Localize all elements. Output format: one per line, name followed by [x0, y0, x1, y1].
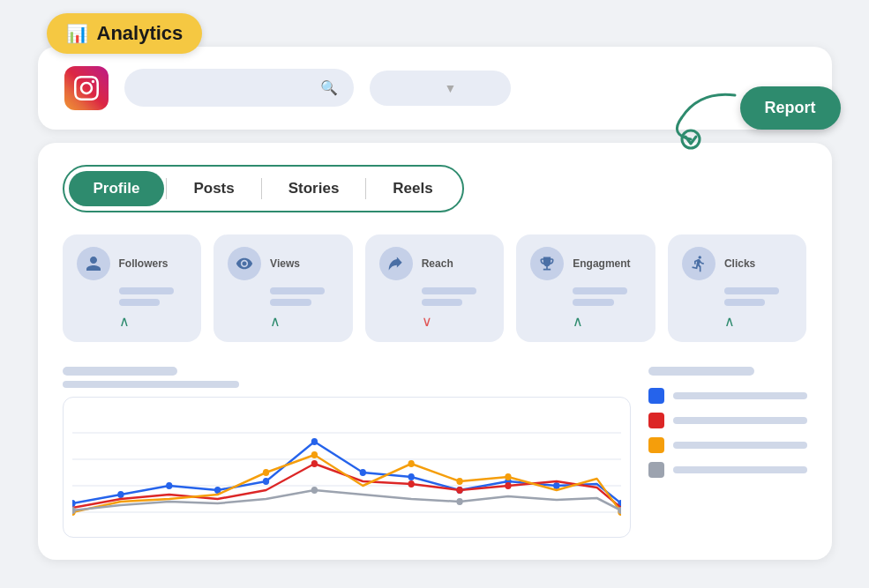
followers-lines — [119, 287, 188, 306]
line-chart — [72, 406, 621, 530]
stat-card-reach: Reach ∨ — [365, 234, 505, 342]
svg-point-18 — [408, 480, 414, 488]
svg-point-30 — [456, 498, 462, 505]
stat-header-views: Views — [228, 247, 339, 280]
followers-label: Followers — [119, 257, 169, 270]
tab-posts[interactable]: Posts — [169, 171, 258, 206]
legend-section — [648, 367, 807, 538]
reach-trend: ∨ — [422, 313, 491, 330]
svg-point-15 — [553, 482, 559, 489]
svg-point-26 — [505, 473, 511, 480]
stat-card-engagement: Engagment ∧ — [516, 234, 655, 342]
clicks-trend: ∧ — [724, 313, 793, 330]
stat-card-followers: Followers ∧ — [63, 234, 202, 342]
legend-dot-blue — [648, 388, 664, 404]
tab-stories[interactable]: Stories — [264, 171, 364, 206]
svg-point-5 — [72, 500, 76, 507]
views-trend: ∧ — [270, 313, 339, 330]
svg-point-20 — [505, 482, 511, 489]
tab-reels[interactable]: Reels — [368, 171, 457, 206]
legend-item-orange — [648, 437, 807, 453]
reach-icon — [379, 247, 413, 280]
stat-line-8 — [573, 299, 614, 306]
search-icon: 🔍 — [320, 79, 338, 96]
svg-point-10 — [311, 438, 317, 445]
stat-header-followers: Followers — [77, 247, 188, 280]
legend-label-line-2 — [673, 417, 807, 424]
legend-label-line-1 — [673, 392, 807, 399]
reach-lines — [422, 287, 491, 306]
legend-dot-gray — [648, 462, 664, 478]
stat-line-4 — [270, 299, 311, 306]
svg-point-22 — [262, 469, 268, 476]
stat-line-7 — [573, 287, 627, 294]
tab-profile[interactable]: Profile — [69, 171, 165, 206]
legend-item-gray — [648, 462, 807, 478]
svg-point-9 — [262, 478, 268, 485]
stat-line-6 — [422, 299, 463, 306]
chart-title-area — [63, 367, 631, 388]
stat-line-3 — [270, 287, 325, 294]
engagement-lines — [573, 287, 641, 306]
tab-divider-2 — [261, 178, 262, 199]
legend-dot-orange — [648, 437, 664, 453]
bar-chart-icon: 📊 — [66, 23, 88, 44]
app-container: 📊 Analytics Report 🔍 ▼ Profil — [38, 29, 832, 560]
instagram-icon — [64, 66, 109, 110]
legend-item-blue — [648, 388, 807, 404]
svg-point-7 — [166, 482, 172, 489]
svg-point-29 — [311, 487, 317, 494]
clicks-lines — [724, 287, 793, 306]
legend-title-line — [648, 367, 754, 376]
legend-items — [648, 388, 807, 478]
stat-line-1 — [119, 287, 174, 294]
legend-item-red — [648, 413, 807, 428]
stat-card-views: Views ∧ — [214, 234, 353, 342]
chart-subtitle-line — [63, 381, 239, 388]
legend-dot-red — [648, 413, 664, 428]
svg-point-24 — [408, 460, 414, 467]
chart-section — [63, 367, 807, 538]
stat-cards-row: Followers ∧ Views — [63, 234, 807, 342]
engagement-icon — [530, 247, 564, 280]
trend-up-icon-4: ∧ — [724, 314, 735, 329]
stat-line-5 — [422, 287, 476, 294]
main-card: Profile Posts Stories Reels Followers — [38, 143, 832, 560]
trend-up-icon-3: ∧ — [573, 314, 583, 329]
legend-label-line-3 — [673, 442, 807, 449]
stat-header-reach: Reach — [379, 247, 491, 280]
clicks-label: Clicks — [724, 257, 755, 270]
chart-container — [63, 367, 631, 538]
reach-label: Reach — [422, 257, 453, 270]
trend-up-icon: ∧ — [119, 314, 130, 329]
engagement-trend: ∧ — [573, 313, 641, 330]
tab-divider-3 — [365, 178, 366, 199]
followers-trend: ∧ — [119, 313, 188, 330]
svg-point-6 — [117, 491, 124, 498]
engagement-label: Engagment — [573, 257, 630, 270]
stat-line-10 — [724, 299, 766, 306]
stat-card-clicks: Clicks ∧ — [668, 234, 807, 342]
trend-up-icon-2: ∧ — [270, 314, 281, 329]
dropdown-bar[interactable]: ▼ — [370, 71, 511, 106]
svg-point-17 — [311, 460, 317, 467]
legend-label-line-4 — [673, 466, 807, 473]
stat-header-clicks: Clicks — [682, 247, 793, 280]
stat-line-2 — [119, 299, 161, 306]
chart-title-line — [63, 367, 177, 376]
chevron-down-icon: ▼ — [445, 81, 495, 95]
svg-point-25 — [456, 478, 462, 485]
stat-line-9 — [724, 287, 779, 294]
clicks-icon — [682, 247, 715, 280]
views-icon — [228, 247, 261, 280]
search-bar[interactable]: 🔍 — [124, 69, 354, 107]
chart-svg-wrap — [63, 397, 631, 538]
stat-header-engagement: Engagment — [530, 247, 641, 280]
search-input[interactable] — [140, 81, 311, 95]
analytics-label: Analytics — [97, 22, 184, 45]
svg-point-12 — [408, 473, 414, 480]
followers-icon — [77, 247, 110, 280]
tab-divider-1 — [166, 178, 167, 199]
views-label: Views — [270, 257, 300, 270]
report-button[interactable]: Report — [740, 86, 841, 130]
